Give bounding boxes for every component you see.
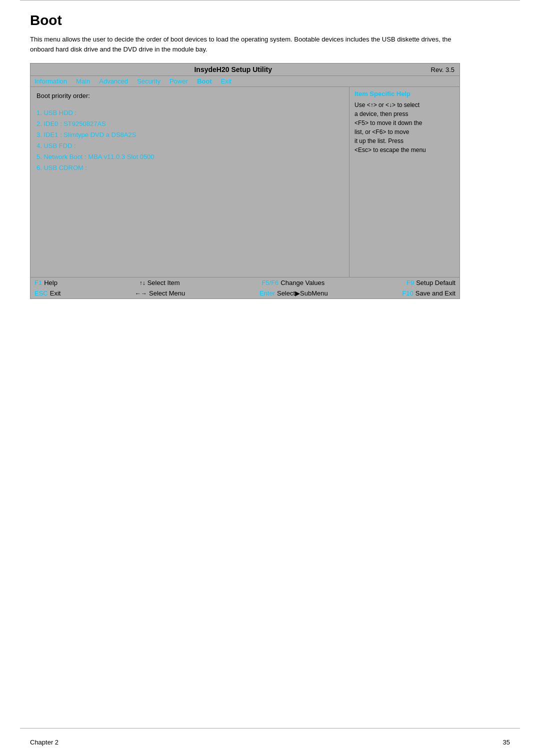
footer-select-item: ↑↓ Select Item	[140, 279, 180, 286]
bios-footer: F1 Help ↑↓ Select Item F5/F6 Change Valu…	[30, 277, 460, 298]
boot-item-3[interactable]: 3. IDE1 : Slimtype DVD a DS8A2S	[36, 130, 343, 140]
nav-information[interactable]: Information	[34, 78, 67, 85]
boot-item-1[interactable]: 1. USB HDD :	[36, 108, 343, 118]
nav-security[interactable]: Security	[137, 78, 160, 85]
boot-item-5[interactable]: 5. Network Boot : MBA v11.0.3 Slot 0500	[36, 152, 343, 162]
nav-power[interactable]: Power	[170, 78, 188, 85]
page-container: Boot This menu allows the user to decide…	[0, 0, 540, 756]
key-f5f6: F5/F6	[262, 279, 278, 286]
boot-item-6[interactable]: 6. USB CDROM :	[36, 162, 343, 174]
nav-main[interactable]: Main	[76, 78, 90, 85]
footer-select-menu: ←→ Select Menu	[135, 290, 185, 297]
bios-sidebar-title: Item Specific Help	[354, 90, 454, 98]
label-save-exit: Save and Exit	[416, 290, 456, 297]
bios-main: Boot priority order: 1. USB HDD : 2. IDE…	[30, 87, 350, 277]
label-select-item: Select Item	[148, 279, 180, 286]
bios-sidebar: Item Specific Help Use <↑> or <↓> to sel…	[350, 87, 460, 277]
label-change-values: Change Values	[280, 279, 324, 286]
key-f1: F1	[34, 279, 42, 286]
label-exit: Exit	[50, 290, 61, 297]
bios-body: Boot priority order: 1. USB HDD : 2. IDE…	[30, 87, 460, 277]
label-help: Help	[44, 279, 58, 286]
bios-header: InsydeH20 Setup Utility Rev. 3.5	[30, 64, 460, 76]
page-number: 35	[503, 738, 510, 746]
footer-f1-help: F1 Help	[34, 279, 58, 286]
footer-esc-exit: ESC Exit	[34, 290, 60, 297]
nav-exit[interactable]: Exit	[221, 78, 232, 85]
label-submenu: Select▶SubMenu	[277, 290, 328, 297]
boot-priority-label: Boot priority order:	[36, 92, 343, 100]
label-setup-default: Setup Default	[416, 279, 456, 286]
key-enter: Enter	[260, 290, 275, 297]
bios-box: InsydeH20 Setup Utility Rev. 3.5 Informa…	[30, 63, 460, 299]
nav-boot[interactable]: Boot	[197, 78, 212, 85]
boot-item-2[interactable]: 2. IDE0 : ST9250827AS	[36, 118, 343, 130]
chapter-label: Chapter 2	[30, 738, 58, 746]
lr-arrows-icon: ←→	[135, 290, 147, 297]
bottom-rule	[20, 728, 520, 728]
key-esc: ESC	[34, 290, 48, 297]
bottom-bar: Chapter 2 35	[30, 738, 510, 746]
nav-advanced[interactable]: Advanced	[99, 78, 128, 85]
content-area: Boot This menu allows the user to decide…	[0, 0, 540, 299]
page-title: Boot	[30, 12, 510, 28]
bios-header-title: InsydeH20 Setup Utility	[36, 66, 431, 74]
footer-f9: F9 Setup Default	[406, 279, 456, 286]
boot-item-4[interactable]: 4. USB FDD :	[36, 140, 343, 152]
footer-f5f6: F5/F6 Change Values	[262, 279, 324, 286]
arrows-icon: ↑↓	[140, 280, 146, 286]
bios-header-rev: Rev. 3.5	[431, 66, 454, 74]
key-f10: F10	[402, 290, 413, 297]
key-f9: F9	[406, 279, 414, 286]
bios-footer-row-2: ESC Exit ←→ Select Menu Enter Select▶Sub…	[30, 288, 460, 298]
footer-f10: F10 Save and Exit	[402, 290, 456, 297]
bios-sidebar-help: Use <↑> or <↓> to select a device, then …	[354, 100, 454, 154]
description: This menu allows the user to decide the …	[30, 34, 460, 54]
footer-enter: Enter Select▶SubMenu	[260, 290, 328, 297]
label-select-menu: Select Menu	[149, 290, 185, 297]
bios-footer-row-1: F1 Help ↑↓ Select Item F5/F6 Change Valu…	[30, 278, 460, 288]
bios-nav: Information Main Advanced Security Power…	[30, 76, 460, 87]
